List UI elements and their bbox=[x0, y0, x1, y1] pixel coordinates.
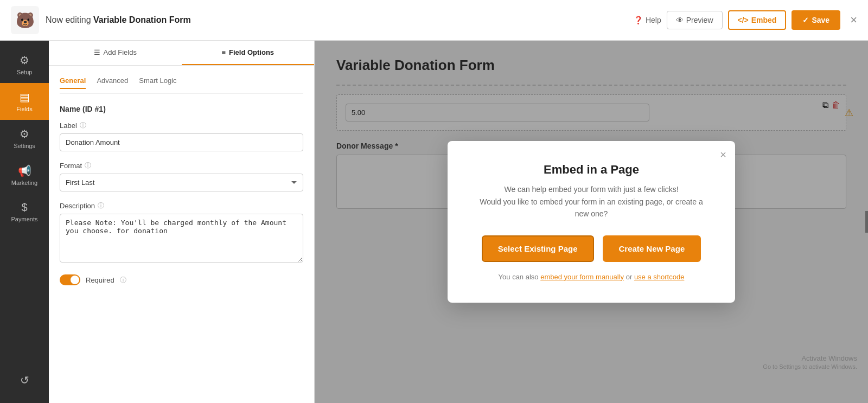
embed-manually-link[interactable]: embed your form manually bbox=[540, 273, 624, 281]
modal-footer: You can also embed your form manually or… bbox=[475, 273, 708, 281]
payments-icon: $ bbox=[21, 201, 27, 214]
sidebar-item-marketing[interactable]: 📢 Marketing bbox=[0, 157, 49, 194]
setup-icon: ⚙ bbox=[20, 54, 29, 67]
select-existing-page-button[interactable]: Select Existing Page bbox=[482, 235, 594, 262]
description-textarea[interactable]: Please Note: You'll be charged monthly o… bbox=[60, 214, 303, 263]
subtab-general[interactable]: General bbox=[60, 76, 86, 89]
fields-icon: ▤ bbox=[20, 91, 30, 104]
label-field-label: Label ⓘ bbox=[60, 121, 303, 130]
close-top-button[interactable]: × bbox=[850, 13, 857, 27]
use-shortcode-link[interactable]: use a shortcode bbox=[634, 273, 685, 281]
app-logo: 🐻 bbox=[11, 6, 39, 34]
label-field-group: Label ⓘ bbox=[60, 121, 303, 151]
subtab-advanced[interactable]: Advanced bbox=[97, 76, 128, 89]
create-new-page-button[interactable]: Create New Page bbox=[603, 235, 701, 262]
form-title-label: Now editing Variable Donation Form bbox=[46, 15, 191, 25]
description-field-label: Description ⓘ bbox=[60, 201, 303, 210]
embed-button[interactable]: </> Embed bbox=[728, 10, 787, 30]
required-hint-icon: ⓘ bbox=[120, 276, 126, 285]
field-name-heading: Name (ID #1) bbox=[60, 105, 303, 113]
modal-subtitle: We can help embed your form with just a … bbox=[475, 183, 708, 220]
embed-modal: × Embed in a Page We can help embed your… bbox=[448, 141, 735, 302]
required-label: Required bbox=[86, 276, 114, 284]
sidebar-item-setup[interactable]: ⚙ Setup bbox=[0, 46, 49, 83]
sidebar-item-settings[interactable]: ⚙ Settings bbox=[0, 120, 49, 157]
panel-tabs: ☰ Add Fields ≡ Field Options bbox=[49, 41, 314, 66]
modal-close-button[interactable]: × bbox=[720, 149, 726, 161]
tab-field-options[interactable]: ≡ Field Options bbox=[182, 41, 315, 65]
left-panel: ☰ Add Fields ≡ Field Options General Adv… bbox=[49, 41, 315, 403]
format-field-label: Format ⓘ bbox=[60, 161, 303, 170]
modal-buttons: Select Existing Page Create New Page bbox=[475, 235, 708, 262]
undo-icon: ↺ bbox=[20, 374, 29, 387]
modal-overlay: × Embed in a Page We can help embed your… bbox=[315, 41, 868, 403]
marketing-icon: 📢 bbox=[18, 164, 31, 177]
sidebar-item-fields[interactable]: ▤ Fields bbox=[0, 83, 49, 120]
sidebar: ⚙ Setup ▤ Fields ⚙ Settings 📢 Marketing … bbox=[0, 41, 49, 403]
checkmark-icon: ✓ bbox=[802, 16, 809, 24]
help-button[interactable]: ❓ Help bbox=[634, 16, 661, 24]
required-toggle[interactable] bbox=[60, 274, 80, 285]
description-field-group: Description ⓘ Please Note: You'll be cha… bbox=[60, 201, 303, 265]
main-layout: ⚙ Setup ▤ Fields ⚙ Settings 📢 Marketing … bbox=[0, 41, 868, 403]
modal-title: Embed in a Page bbox=[475, 163, 708, 177]
top-bar-actions: ❓ Help 👁 Preview </> Embed ✓ Save × bbox=[634, 10, 857, 30]
label-hint-icon: ⓘ bbox=[80, 121, 86, 130]
required-toggle-row: Required ⓘ bbox=[60, 274, 303, 285]
label-input[interactable] bbox=[60, 133, 303, 151]
help-icon: ❓ bbox=[634, 16, 643, 24]
content-area: ◀ Variable Donation Form ⧉ 🗑 ⚠ Donor Mes… bbox=[315, 41, 868, 403]
settings-icon: ⚙ bbox=[20, 127, 29, 140]
format-hint-icon: ⓘ bbox=[85, 161, 91, 170]
preview-button[interactable]: 👁 Preview bbox=[667, 11, 723, 29]
save-button[interactable]: ✓ Save bbox=[792, 10, 840, 30]
embed-code-icon: </> bbox=[738, 16, 749, 24]
description-hint-icon: ⓘ bbox=[98, 201, 104, 210]
preview-icon: 👁 bbox=[676, 16, 684, 24]
subtab-smart-logic[interactable]: Smart Logic bbox=[139, 76, 176, 89]
tab-add-fields[interactable]: ☰ Add Fields bbox=[49, 41, 182, 65]
format-field-group: Format ⓘ First Last Last First First Onl… bbox=[60, 161, 303, 191]
format-select[interactable]: First Last Last First First Only bbox=[60, 174, 303, 191]
top-bar: 🐻 Now editing Variable Donation Form ❓ H… bbox=[0, 0, 868, 41]
add-fields-icon: ☰ bbox=[94, 48, 100, 56]
field-options-icon: ≡ bbox=[221, 48, 226, 56]
sub-tabs: General Advanced Smart Logic bbox=[60, 76, 303, 94]
sidebar-item-payments[interactable]: $ Payments bbox=[0, 194, 49, 230]
top-bar-left: 🐻 Now editing Variable Donation Form bbox=[11, 6, 191, 34]
undo-button[interactable]: ↺ bbox=[0, 366, 49, 394]
panel-content: General Advanced Smart Logic Name (ID #1… bbox=[49, 66, 314, 296]
